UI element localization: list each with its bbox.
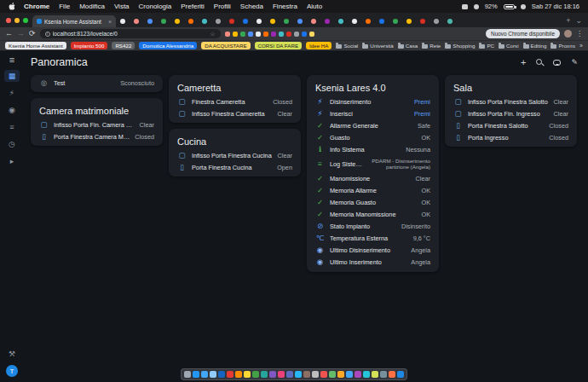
chrome-update-button[interactable]: Nuovo Chrome disponibile (486, 29, 560, 38)
entity-row[interactable]: ✓Allarme GeneraleSafe (307, 119, 439, 131)
menubar-menu-finestra[interactable]: Finestra (273, 3, 297, 10)
browser-tab[interactable] (170, 15, 184, 27)
bookmark-folder-editing[interactable]: Editing (523, 43, 547, 49)
dock-app-icon[interactable] (372, 371, 378, 378)
entity-row[interactable]: ◎TestSconosciuto (31, 77, 163, 89)
browser-tab[interactable] (130, 15, 143, 27)
dock-app-icon[interactable] (235, 371, 242, 378)
active-tab[interactable]: Ksenia Home Assistant × (32, 15, 116, 27)
entity-row[interactable]: ◉Ultimo DisinserimentoAngela (307, 245, 439, 257)
add-card-icon[interactable]: + (521, 58, 526, 67)
dock-app-icon[interactable] (389, 371, 395, 378)
entity-row[interactable]: ℃Temperatura Esterna9,6 °C (307, 233, 439, 245)
entity-row[interactable]: ▯Porta Finestra CucinaOpen (169, 161, 301, 173)
browser-tab[interactable] (375, 15, 389, 27)
entity-row[interactable]: ⚡DisinserimentoPremi (307, 96, 439, 107)
browser-tab[interactable] (429, 15, 443, 27)
new-tab-button[interactable]: + (563, 16, 573, 25)
browser-tab[interactable] (293, 15, 307, 27)
dock-app-icon[interactable] (312, 371, 319, 378)
browser-tab[interactable] (211, 15, 225, 27)
browser-tab[interactable] (320, 15, 334, 27)
bookmarks-overflow-icon[interactable]: » (579, 43, 583, 49)
bookmark-impianto-500[interactable]: Impianto 500 (71, 42, 108, 49)
browser-tab[interactable] (361, 15, 375, 27)
wifi-icon[interactable] (521, 4, 526, 9)
dock-app-icon[interactable] (252, 371, 259, 378)
dock-app-icon[interactable] (355, 371, 361, 378)
sidebar-item-history[interactable]: ◷ (4, 138, 20, 150)
entity-row[interactable]: ✓ManomissioneClear (307, 173, 439, 185)
browser-tab[interactable] (225, 15, 239, 27)
apple-menu-icon[interactable] (9, 2, 16, 11)
browser-tab[interactable] (252, 15, 266, 27)
browser-tab[interactable] (307, 15, 320, 27)
bookmark-folder-universit[interactable]: Università (362, 43, 394, 49)
sidebar-item-energy[interactable]: ⚡ (4, 87, 20, 99)
entity-row[interactable]: ▢Infisso Finestra CamerettaClear (169, 107, 301, 119)
bookmark-idee-ha[interactable]: Idee HA (306, 42, 331, 49)
browser-tab[interactable] (198, 15, 211, 27)
profile-avatar[interactable] (564, 30, 572, 38)
entity-row[interactable]: ▢Infisso Porta Fin. IngressoClear (445, 107, 577, 119)
dock-app-icon[interactable] (210, 371, 216, 378)
entity-row[interactable]: ▯Porta Finestra SalottoClosed (445, 119, 577, 131)
entity-row[interactable]: ✓Memoria AllarmeOK (307, 185, 439, 197)
dock-app-icon[interactable] (286, 371, 293, 378)
menubar-menu-preferiti[interactable]: Preferiti (181, 3, 205, 10)
extension-icon[interactable] (263, 32, 268, 37)
bookmark-folder-casa[interactable]: Casa (398, 43, 418, 49)
site-info-icon[interactable]: i (45, 32, 50, 37)
menubar-menu-chrome[interactable]: Chrome (24, 3, 49, 10)
extension-icon[interactable] (240, 32, 245, 37)
dev-tools-icon[interactable]: ⚒ (4, 348, 20, 360)
dock-app-icon[interactable] (278, 371, 285, 378)
browser-tab[interactable] (116, 15, 130, 27)
chrome-menu-icon[interactable]: ⋮ (576, 30, 583, 38)
dock-app-icon[interactable] (227, 371, 233, 378)
dock-app-icon[interactable] (193, 371, 199, 378)
close-window-button[interactable] (6, 18, 11, 23)
dock-app-icon[interactable] (261, 371, 268, 378)
menubar-menu-scheda[interactable]: Scheda (240, 3, 263, 10)
browser-tab[interactable] (389, 15, 402, 27)
menubar-menu-profili[interactable]: Profili (214, 3, 231, 10)
dock-app-icon[interactable] (397, 371, 404, 378)
back-button[interactable]: ← (5, 30, 13, 38)
entity-row[interactable]: ⊘Stato ImpiantoDisinserito (307, 221, 439, 233)
browser-tab[interactable] (348, 15, 361, 27)
search-icon[interactable] (536, 59, 543, 66)
entity-row[interactable]: ▢Finestra CamerettaClosed (169, 96, 301, 107)
menubar-menu-vista[interactable]: Vista (114, 3, 130, 10)
entity-row[interactable]: ✓Memoria GuastoOK (307, 197, 439, 209)
dock-app-icon[interactable] (329, 371, 336, 378)
extension-icon[interactable] (286, 32, 291, 37)
extension-icon[interactable] (309, 32, 314, 37)
extension-icon[interactable] (248, 32, 253, 37)
extension-icon[interactable] (271, 32, 276, 37)
forward-button[interactable]: → (17, 30, 25, 38)
entity-row[interactable]: ≡Log SistemaPDARM - Disinserimento parti… (307, 155, 439, 173)
browser-tab[interactable] (239, 15, 252, 27)
browser-tab[interactable] (143, 15, 157, 27)
browser-tab[interactable] (402, 15, 416, 27)
dock-app-icon[interactable] (363, 371, 370, 378)
menubar-menu-modifica[interactable]: Modifica (79, 3, 105, 10)
entity-row[interactable]: ⚡InserisciPremi (307, 107, 439, 119)
menubar-menu-cronologia[interactable]: Cronologia (139, 3, 172, 10)
extension-icon[interactable] (256, 32, 261, 37)
dock-app-icon[interactable] (269, 371, 276, 378)
entity-row[interactable]: ✓Memoria ManomissioneOK (307, 209, 439, 221)
sidebar-item-dashboard[interactable]: ▦ (4, 70, 20, 82)
dock-app-icon[interactable] (201, 371, 208, 378)
extension-icon[interactable] (294, 32, 299, 37)
browser-tab[interactable] (157, 15, 170, 27)
bookmark-folder-pc[interactable]: PC (479, 43, 494, 49)
sidebar-item-map[interactable]: ◉ (4, 104, 20, 116)
dock-app-icon[interactable] (337, 371, 344, 378)
user-avatar[interactable]: T (6, 365, 18, 377)
browser-tab[interactable] (184, 15, 198, 27)
bookmark-ksenia-home-assistant[interactable]: Ksenia Home Assistant (5, 42, 66, 49)
menubar-clock[interactable]: Sab 27 dic 18:16 (532, 3, 579, 10)
dock-app-icon[interactable] (380, 371, 387, 378)
